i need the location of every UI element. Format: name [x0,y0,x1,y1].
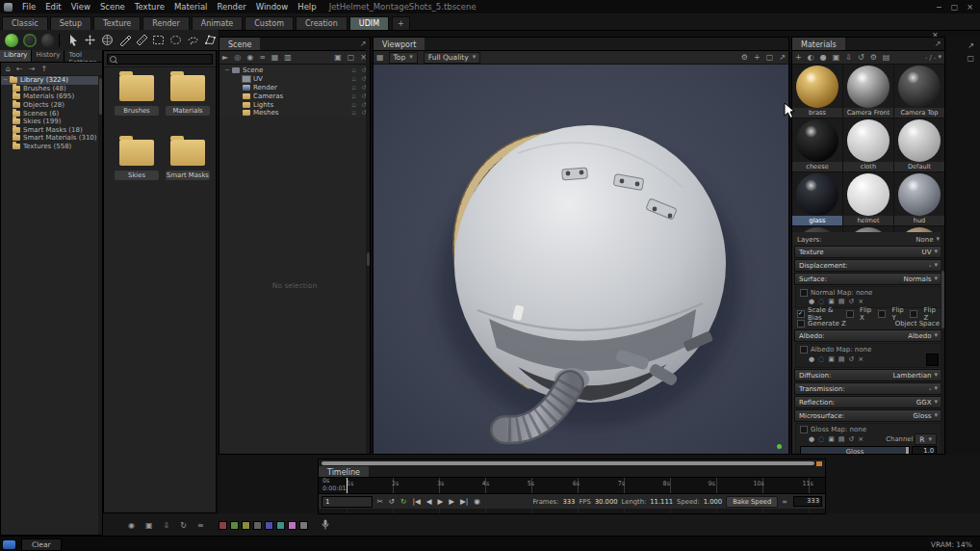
scene-toolbar-icon[interactable]: ▦ [269,54,282,62]
library-tree-item[interactable]: Textures (558) [1,143,102,151]
library-tree-item[interactable]: Skies (199) [1,118,102,126]
clear-button[interactable]: Clear [21,538,62,551]
transport-button[interactable]: ▶ [436,498,445,506]
lock-icon[interactable]: ▫ [348,101,358,109]
asset-folder[interactable]: Skies [113,140,161,201]
forward-icon[interactable]: → [27,65,38,73]
color-swatch[interactable] [299,521,308,530]
grid-icon[interactable]: ▦ [374,54,387,62]
object-space-button[interactable]: Object Space [895,320,940,328]
workspace-tab[interactable]: Animate [192,16,244,30]
albedo-section-header[interactable]: Albedo: Albedo▾ [794,329,942,342]
close-button[interactable]: × [967,3,973,12]
slider-knob[interactable] [906,447,909,454]
normal-map-checkbox[interactable] [800,289,808,297]
scene-tree-row[interactable]: UV ▫ ↺ [219,75,370,84]
materials-toolbar-icon[interactable]: ↺ [855,54,867,62]
scene-tree-row[interactable]: Cameras ▫ ↺ [219,92,370,100]
workspace-tab[interactable]: Creation [296,16,348,30]
viewport-panel-tab[interactable]: Viewport [374,38,425,50]
material-thumbnail[interactable]: hud [894,172,944,225]
scene-toolbar-icon[interactable]: ▢ [345,54,358,62]
camera-view-dropdown[interactable]: Top ▾ [389,52,418,64]
current-frame-field[interactable]: 1 [322,496,373,508]
texture-slot-icon[interactable]: × [857,299,864,305]
popout-icon[interactable]: ↗ [965,42,977,50]
menu-item[interactable]: File [17,2,40,12]
materials-toolbar-icon[interactable]: ▤ [880,54,893,62]
annotation-tool-icon[interactable]: ≡ [194,522,207,530]
annotation-tool-icon[interactable]: ▣ [142,522,156,530]
material-thumbnail[interactable]: Camera Front [843,65,893,118]
gloss-slider[interactable]: Gloss [800,446,910,454]
scale-bias-checkbox[interactable] [797,310,805,318]
texture-slot-icon[interactable]: ▤ [838,356,846,363]
viewport-canvas[interactable] [374,65,788,454]
texture-section-header[interactable]: Texture UV▾ [794,246,942,258]
texture-slot-icon[interactable]: ▣ [827,356,836,363]
texture-slot-icon[interactable]: ↺ [847,436,855,443]
app-status-icon[interactable] [3,540,15,549]
workspace-tab[interactable]: Render [142,16,189,30]
menu-item[interactable]: View [66,2,95,12]
workspace-tab[interactable]: Classic [2,16,48,30]
library-tab[interactable]: Tool Settings [64,50,103,62]
lock-icon[interactable]: ▫ [348,84,358,92]
menu-item[interactable]: Texture [130,2,169,12]
albedo-color-swatch[interactable] [926,354,939,366]
material-thumbnail[interactable]: cloth [843,118,893,171]
popout-icon[interactable]: ↗ [356,38,370,50]
asset-folder[interactable]: Materials [164,75,212,137]
transport-button[interactable]: ↻ [400,498,408,506]
viewport-toolbar-icon[interactable]: ↗ [776,54,788,62]
layers-dropdown[interactable]: None ▾ [916,236,940,244]
wire-sphere-button[interactable] [23,34,37,47]
menu-item[interactable]: Scene [95,2,130,12]
workspace-tab[interactable]: Setup [50,16,91,30]
timeline-range-nub[interactable] [816,461,822,466]
materials-toolbar-icon[interactable]: ▣ [830,54,843,62]
expander-icon[interactable]: − [1,76,10,84]
materials-panel-tab[interactable]: Materials [792,38,845,50]
microphone-icon[interactable] [322,519,329,532]
library-scrollbar[interactable] [98,76,102,535]
up-icon[interactable]: ↑ [39,65,49,73]
popout-icon[interactable]: ↗ [931,38,944,50]
texture-slot-icon[interactable]: ◌ [817,356,825,363]
material-thumbnail[interactable]: cheese [792,118,842,171]
texture-slot-icon[interactable]: ↺ [847,299,855,305]
library-tree-item[interactable]: Objects (28) [1,101,102,110]
material-thumbnail[interactable]: glass [792,172,842,225]
color-swatch[interactable] [288,521,297,530]
scene-toolbar-icon[interactable]: ◎ [231,54,244,62]
gloss-map-checkbox[interactable] [800,426,808,433]
measure-tool[interactable] [134,33,149,48]
texture-slot-icon[interactable]: ▤ [838,436,846,443]
scene-toolbar-icon[interactable]: ▣ [331,54,345,62]
search-box[interactable] [107,54,213,65]
maximize-button[interactable]: ▢ [951,3,959,12]
texture-slot-icon[interactable]: ▣ [827,299,836,305]
minimize-button[interactable]: − [936,3,942,12]
gloss-value[interactable]: 1.0 [912,446,937,454]
lasso-tool[interactable] [186,33,201,48]
material-thumbnail[interactable]: Default [894,118,944,171]
menu-item[interactable]: Edit [40,2,65,12]
displacement-section-header[interactable]: Displacement: -▾ [794,259,942,272]
flip-y-checkbox[interactable] [878,310,886,318]
menu-item[interactable]: Window [251,2,294,12]
back-icon[interactable]: ← [14,65,25,73]
color-swatch[interactable] [219,521,227,530]
rect-marquee-tool[interactable] [151,33,167,48]
viewport-toolbar-icon[interactable]: ⚙ [738,54,751,62]
color-swatch[interactable] [230,521,239,530]
annotation-tool-icon[interactable]: ↻ [177,522,190,530]
render-quality-dropdown[interactable]: Full Quality ▾ [424,52,481,64]
texture-slot-icon[interactable]: × [857,436,864,443]
dock-panel-icon[interactable]: ▢ [964,55,977,63]
lock-icon[interactable]: ▫ [348,75,358,83]
library-tree-root[interactable]: − Library (3224) [1,76,102,85]
workspace-tab[interactable]: UDIM [349,16,389,30]
color-swatch[interactable] [253,521,262,530]
texture-slot-icon[interactable]: ▤ [838,299,846,305]
